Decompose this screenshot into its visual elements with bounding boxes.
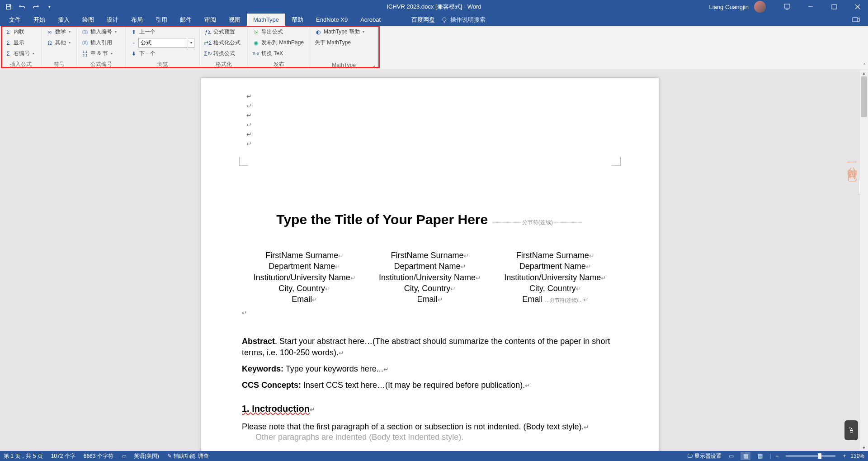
group-label-eq-number: 公式编号 bbox=[79, 60, 123, 70]
user-name[interactable]: Liang Guangjin bbox=[709, 4, 749, 10]
ccs-concepts[interactable]: CCS Concepts: Insert CCS text here…(It m… bbox=[242, 380, 618, 390]
tab-acrobat[interactable]: Acrobat bbox=[354, 14, 387, 26]
body-paragraph-cut[interactable]: Other paragraphs are indented (Body text… bbox=[242, 433, 618, 442]
dropdown-icon[interactable]: ▾ bbox=[188, 38, 194, 48]
omega-icon: Ω bbox=[46, 39, 53, 47]
dialog-launcher-icon[interactable]: ◢ bbox=[372, 64, 375, 69]
zoom-slider[interactable] bbox=[786, 455, 835, 457]
tab-help[interactable]: 帮助 bbox=[285, 14, 310, 26]
group-label-format: 格式化 bbox=[202, 60, 245, 70]
floating-tool-icon[interactable]: 🖱 bbox=[844, 420, 858, 440]
tab-references[interactable]: 引用 bbox=[149, 14, 174, 26]
status-chars[interactable]: 6663 个字符 bbox=[84, 452, 113, 460]
abstract[interactable]: Abstract. Start your abstract here…(The … bbox=[242, 336, 618, 358]
svg-rect-1 bbox=[7, 7, 10, 9]
prev-equation-button[interactable]: ⬆上一个 bbox=[127, 27, 198, 37]
display-equation-button[interactable]: Σ显示 bbox=[2, 38, 37, 48]
status-bar: 第 1 页，共 5 页 1072 个字 6663 个字符 ▱ 英语(美国) ✎ … bbox=[0, 451, 868, 461]
vertical-scrollbar[interactable]: ▲ ▼ bbox=[860, 70, 868, 451]
tab-design[interactable]: 设计 bbox=[100, 14, 125, 26]
tab-draw[interactable]: 绘图 bbox=[76, 14, 100, 26]
body-paragraph[interactable]: Please note that the first paragraph of … bbox=[242, 422, 618, 432]
ribbon-options-icon[interactable] bbox=[777, 0, 797, 14]
close-icon[interactable] bbox=[847, 0, 868, 14]
maximize-icon[interactable] bbox=[824, 0, 844, 14]
scroll-down-icon[interactable]: ▼ bbox=[860, 445, 868, 451]
status-display-settings[interactable]: 🖵 显示器设置 bbox=[687, 452, 722, 460]
insert-number-button[interactable]: (1)插入编号▾ bbox=[79, 27, 119, 37]
chapter-section-button[interactable]: 1.12.1章 & 节▾ bbox=[79, 48, 119, 59]
document-area[interactable]: ↵↵↵↵↵↵ Type the Title of Your Paper Here… bbox=[0, 70, 860, 451]
authors-block[interactable]: FirstName Surname↵ Department Name↵ Inst… bbox=[242, 250, 618, 305]
group-label-browse: 浏览 bbox=[127, 60, 198, 70]
publish-mathpage-button[interactable]: ◉发布到 MathPage bbox=[250, 38, 307, 48]
zoom-out-icon[interactable]: − bbox=[775, 453, 778, 459]
equation-selector[interactable]: ◦ ▾ bbox=[127, 38, 198, 48]
sigma-gear-icon: ƒΣ bbox=[204, 28, 212, 36]
web-layout-icon[interactable]: ▤ bbox=[755, 452, 765, 460]
chapter-icon: 1.12.1 bbox=[81, 50, 89, 57]
undo-icon[interactable] bbox=[18, 3, 26, 11]
paper-title[interactable]: Type the Title of Your Paper Here 分节符(连续… bbox=[242, 212, 618, 227]
svg-rect-3 bbox=[832, 5, 836, 9]
qat-customize-icon[interactable]: ▾ bbox=[45, 3, 53, 11]
status-spellcheck-icon[interactable]: ▱ bbox=[122, 453, 126, 459]
avatar[interactable] bbox=[754, 1, 766, 13]
next-equation-button[interactable]: ⬇下一个 bbox=[127, 48, 198, 59]
tab-home[interactable]: 开始 bbox=[27, 14, 52, 26]
convert-equation-button[interactable]: Σ↻转换公式 bbox=[202, 48, 243, 59]
tell-me-search[interactable]: 操作说明搜索 bbox=[441, 14, 486, 26]
zoom-level[interactable]: 130% bbox=[850, 453, 864, 459]
menubar: 文件 开始 插入 绘图 设计 布局 引用 邮件 审阅 视图 MathType 帮… bbox=[0, 14, 868, 26]
scroll-thumb[interactable] bbox=[861, 76, 867, 117]
mathtype-help-button[interactable]: ◐MathType 帮助▾ bbox=[312, 27, 367, 37]
math-symbols-button[interactable]: ∞数学▾ bbox=[43, 27, 73, 37]
insert-reference-button[interactable]: (#)插入引用 bbox=[79, 38, 119, 48]
tab-mail[interactable]: 邮件 bbox=[174, 14, 198, 26]
status-page[interactable]: 第 1 页，共 5 页 bbox=[4, 452, 43, 460]
up-arrow-icon: ⬆ bbox=[130, 28, 137, 36]
tab-review[interactable]: 审阅 bbox=[198, 14, 222, 26]
status-words[interactable]: 1072 个字 bbox=[51, 452, 75, 460]
section-heading[interactable]: 1. Inctroduction↵ bbox=[242, 404, 618, 414]
status-accessibility[interactable]: ✎ 辅助功能: 调查 bbox=[167, 452, 209, 460]
save-icon[interactable] bbox=[5, 3, 13, 11]
svg-rect-2 bbox=[784, 4, 790, 8]
scroll-up-icon[interactable]: ▲ bbox=[860, 70, 868, 76]
help-icon: ◐ bbox=[315, 28, 322, 36]
print-layout-icon[interactable]: ▦ bbox=[741, 452, 750, 460]
collapse-ribbon-icon[interactable]: ˄ bbox=[862, 61, 867, 71]
keywords[interactable]: Keywords: Type your keywords here...↵ bbox=[242, 363, 618, 374]
globe-icon: ◉ bbox=[252, 39, 259, 47]
tab-baidu[interactable]: 百度网盘 bbox=[405, 14, 441, 26]
share-icon[interactable] bbox=[852, 16, 860, 24]
toggle-tex-button[interactable]: TeX切换 TeX bbox=[250, 48, 307, 59]
right-number-button[interactable]: Σ右编号▾ bbox=[2, 48, 37, 59]
read-mode-icon[interactable]: ▭ bbox=[726, 452, 736, 460]
tab-layout[interactable]: 布局 bbox=[125, 14, 149, 26]
tab-mathtype[interactable]: MathType bbox=[247, 14, 285, 26]
minimize-icon[interactable] bbox=[800, 0, 821, 14]
other-symbols-button[interactable]: Ω其他▾ bbox=[43, 38, 73, 48]
tab-file[interactable]: 文件 bbox=[3, 14, 27, 26]
export-icon: ⎘ bbox=[252, 28, 259, 36]
author-column: FirstName Surname↵ Department Name↵ Inst… bbox=[493, 250, 618, 305]
number-icon: (1) bbox=[81, 28, 89, 36]
redo-icon[interactable] bbox=[32, 3, 40, 11]
watermark-text: 一分钟而已 bbox=[845, 157, 859, 166]
zoom-in-icon[interactable]: + bbox=[843, 453, 846, 459]
about-mathtype-button[interactable]: 关于 MathType bbox=[312, 38, 367, 48]
inline-equation-button[interactable]: Σ内联 bbox=[2, 27, 37, 37]
group-label-mathtype: MathType◢ bbox=[312, 61, 376, 70]
equation-input[interactable] bbox=[138, 38, 187, 48]
tab-endnote[interactable]: EndNote X9 bbox=[310, 14, 354, 26]
tab-view[interactable]: 视图 bbox=[222, 14, 247, 26]
svg-point-4 bbox=[443, 18, 446, 21]
sigma-convert-icon: Σ↻ bbox=[204, 50, 212, 57]
equation-preset-button[interactable]: ƒΣ公式预置 bbox=[202, 27, 243, 37]
export-equation-button[interactable]: ⎘导出公式 bbox=[250, 27, 307, 37]
margin-guide bbox=[612, 157, 621, 166]
format-equation-button[interactable]: ⇄Σ格式化公式 bbox=[202, 38, 243, 48]
tab-insert[interactable]: 插入 bbox=[52, 14, 76, 26]
status-language[interactable]: 英语(美国) bbox=[134, 452, 159, 460]
